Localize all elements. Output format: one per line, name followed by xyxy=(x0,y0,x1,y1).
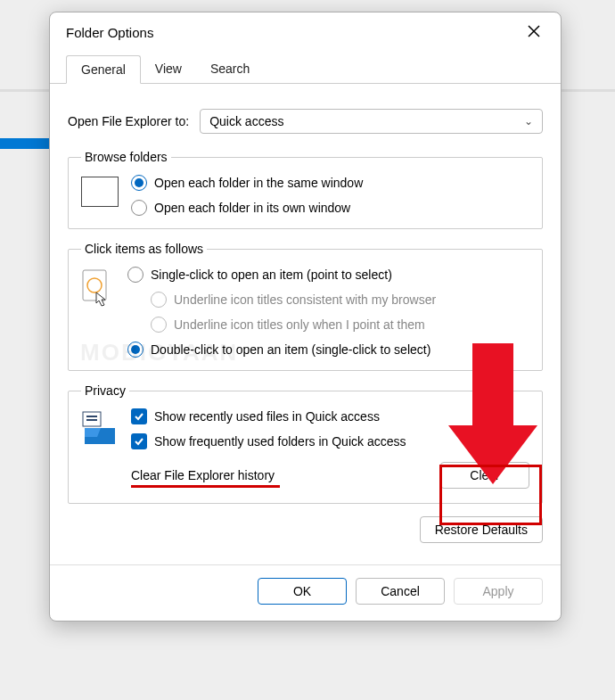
radio-own-window[interactable]: Open each folder in its own window xyxy=(131,200,363,216)
folder-options-dialog: Folder Options General View Search Open … xyxy=(49,12,562,622)
dialog-actions: OK Cancel Apply xyxy=(50,565,561,621)
browse-folders-group: Browse folders Open each folder in the s… xyxy=(68,150,543,229)
checkbox-checked-icon xyxy=(131,408,147,424)
title-bar: Folder Options xyxy=(50,12,561,52)
radio-double-click[interactable]: Double-click to open an item (single-cli… xyxy=(127,342,436,358)
radio-underline-browser: Underline icon titles consistent with my… xyxy=(151,292,436,308)
cancel-button[interactable]: Cancel xyxy=(356,578,445,605)
radio-underline-browser-label: Underline icon titles consistent with my… xyxy=(174,292,436,307)
radio-icon xyxy=(127,267,144,283)
open-explorer-row: Open File Explorer to: Quick access ⌄ xyxy=(68,109,543,134)
radio-double-click-label: Double-click to open an item (single-cli… xyxy=(151,342,430,357)
radio-icon xyxy=(131,175,147,191)
radio-single-click-label: Single-click to open an item (point to s… xyxy=(151,268,392,282)
open-explorer-select[interactable]: Quick access ⌄ xyxy=(200,109,543,134)
cursor-click-icon xyxy=(81,268,115,311)
radio-icon xyxy=(151,317,167,333)
radio-same-window[interactable]: Open each folder in the same window xyxy=(131,175,363,191)
checkbox-recent-files-label: Show recently used files in Quick access xyxy=(154,409,380,424)
radio-underline-point: Underline icon titles only when I point … xyxy=(151,317,436,333)
dialog-body: Open File Explorer to: Quick access ⌄ Br… xyxy=(50,84,561,559)
radio-underline-point-label: Underline icon titles only when I point … xyxy=(174,317,425,332)
open-explorer-label: Open File Explorer to: xyxy=(68,114,189,128)
clear-history-label: Clear File Explorer history xyxy=(131,468,275,482)
close-button[interactable] xyxy=(518,18,550,46)
quick-access-icon xyxy=(81,408,119,446)
radio-same-window-label: Open each folder in the same window xyxy=(154,176,363,190)
checkbox-recent-files[interactable]: Show recently used files in Quick access xyxy=(131,408,529,424)
close-icon xyxy=(528,23,540,42)
svg-rect-0 xyxy=(83,270,106,301)
open-explorer-value: Quick access xyxy=(209,114,283,128)
tab-strip: General View Search xyxy=(50,52,561,84)
svg-rect-3 xyxy=(86,416,97,417)
chevron-down-icon: ⌄ xyxy=(524,115,533,128)
tab-general[interactable]: General xyxy=(66,55,141,84)
ok-button[interactable]: OK xyxy=(258,578,347,605)
tab-view[interactable]: View xyxy=(141,55,196,83)
checkbox-frequent-folders[interactable]: Show frequently used folders in Quick ac… xyxy=(131,433,529,449)
checkbox-checked-icon xyxy=(131,433,147,449)
apply-button: Apply xyxy=(454,578,543,605)
checkbox-frequent-folders-label: Show frequently used folders in Quick ac… xyxy=(154,434,406,449)
restore-defaults-row: Restore Defaults xyxy=(68,516,543,543)
clear-history-row: Clear File Explorer history Clear xyxy=(131,462,529,489)
radio-icon xyxy=(127,342,144,358)
radio-icon xyxy=(151,292,167,308)
radio-icon xyxy=(131,200,147,216)
click-items-group: Click items as follows Single-click to o… xyxy=(68,242,543,371)
browse-folders-legend: Browse folders xyxy=(81,150,171,164)
folder-window-icon xyxy=(81,177,119,207)
radio-own-window-label: Open each folder in its own window xyxy=(154,201,350,215)
clear-button[interactable]: Clear xyxy=(440,462,529,489)
privacy-legend: Privacy xyxy=(81,383,129,398)
restore-defaults-button[interactable]: Restore Defaults xyxy=(420,516,543,543)
click-items-legend: Click items as follows xyxy=(81,242,207,256)
radio-single-click[interactable]: Single-click to open an item (point to s… xyxy=(127,267,436,283)
window-title: Folder Options xyxy=(66,25,153,40)
background-progress-accent xyxy=(0,138,53,149)
tab-search[interactable]: Search xyxy=(196,55,264,83)
svg-rect-4 xyxy=(86,419,97,421)
privacy-group: Privacy Show re xyxy=(68,383,543,504)
annotation-underline xyxy=(131,485,280,488)
